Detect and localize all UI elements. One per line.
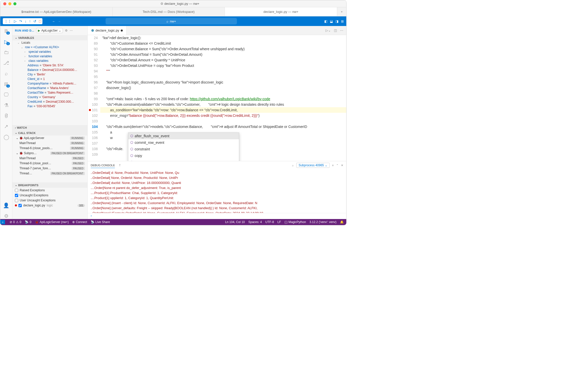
grip-icon[interactable]: ⋮⋮ (4, 19, 11, 23)
remote-icon[interactable]: 🖵 (3, 92, 9, 98)
variables-section-header[interactable]: ⌄VARIABLES (12, 35, 87, 40)
breakpoint-option[interactable]: User Uncaught Exceptions (12, 198, 87, 203)
restart-icon[interactable]: ↺ (33, 19, 36, 23)
share-icon[interactable]: ↗ (3, 123, 9, 129)
search-activity-icon[interactable]: ⌕ (3, 70, 9, 76)
debug-console-input[interactable]: › (88, 213, 346, 219)
debug-icon[interactable]: ▷1 (3, 39, 9, 45)
variable-item[interactable]: Balance = Decimal('2214.0000000… (12, 68, 87, 72)
callstack-item[interactable]: MainThreadRUNNING (12, 141, 87, 146)
settings-icon[interactable]: ⚙ (3, 213, 9, 219)
remote-indicator[interactable]: ⟐ (0, 220, 5, 224)
autocomplete-popup[interactable]: ⬡after_flush_row_event⬡commit_row_event⬡… (128, 132, 239, 161)
nav-back-icon[interactable]: ← (52, 19, 55, 23)
var-row[interactable]: ⌄row = <Customer ALFKI> (12, 45, 87, 49)
language-mode[interactable]: { } MagicPython (285, 220, 306, 224)
liveshare-button[interactable]: 📡 Live Share (91, 220, 110, 224)
filter-icon[interactable]: ⌕ (292, 164, 294, 167)
watch-section-header[interactable]: ›WATCH (12, 125, 87, 130)
variable-item[interactable]: CompanyName = 'Alfreds Futterki… (12, 81, 87, 86)
stop-icon[interactable]: □ (39, 19, 41, 23)
code-editor[interactable]: 2489909192939495969798991001011021031041… (88, 35, 346, 161)
variable-item[interactable]: Fax = '030-0076545' (12, 104, 87, 108)
new-tab-button[interactable]: + (337, 7, 346, 16)
callstack-section-header[interactable]: ⌄CALL STACK (12, 130, 87, 135)
problems-indicator[interactable]: ⊘ 0 ⚠ 0 (10, 220, 21, 224)
breakpoint-option[interactable]: Raised Exceptions (12, 188, 87, 193)
variable-item[interactable]: CreditLimit = Decimal('2300.000… (12, 99, 87, 104)
account-icon[interactable]: 👤 (3, 202, 9, 208)
list-icon[interactable]: ≡ (332, 164, 334, 167)
subprocess-select[interactable]: Subprocess 40965 ⌄ (296, 163, 329, 168)
gear-icon[interactable]: ⚙ (65, 29, 68, 32)
breakpoint-file[interactable]: declare_logic.py logic101 (12, 203, 87, 208)
indentation[interactable]: Spaces: 4 (248, 220, 262, 224)
autocomplete-item[interactable]: ⬡copy (128, 152, 239, 159)
split-editor-icon[interactable]: ◫ (334, 29, 337, 32)
autocomplete-item[interactable]: ⬡after_flush_row_event (128, 133, 239, 139)
database-icon[interactable]: 🛢 (3, 113, 9, 119)
continue-icon[interactable]: ▷ (14, 19, 17, 23)
variable-item[interactable]: Address = 'Obere Str. 57A' (12, 63, 87, 68)
callstack-item[interactable]: MainThreadPAUSED (12, 156, 87, 161)
autocomplete-item[interactable]: ⬡constraint (128, 146, 239, 152)
panel-left-icon[interactable]: ◧ (324, 19, 327, 23)
breakpoint-checkbox[interactable] (15, 194, 18, 197)
workspace-tab-techdsl[interactable]: Tech-DSL.md — Docs (Workspace) (113, 7, 225, 16)
var-group[interactable]: ›function variables (12, 54, 87, 59)
testing-icon[interactable]: ⚗ (3, 102, 9, 108)
run-file-icon[interactable]: ▷⌄ (326, 29, 331, 32)
var-group[interactable]: ›class variables (12, 59, 87, 63)
callstack-item[interactable]: Thread-7 (serve_fore…PAUSED (12, 166, 87, 171)
layout-icon[interactable]: ⊞ (341, 19, 344, 23)
breakpoints-section-header[interactable]: ⌄BREAKPOINTS (12, 182, 87, 188)
nav-forward-icon[interactable]: → (57, 19, 61, 23)
callstack-item[interactable]: Thread-6 (close_pools…RUNNING (12, 146, 87, 151)
workspace-tab-declare[interactable]: declare_logic.py — nw+ (225, 7, 337, 16)
debug-target[interactable]: 🐞 ApiLogicServer (nw+) (35, 220, 69, 224)
breakpoint-checkbox[interactable] (15, 199, 18, 202)
variable-item[interactable]: Client_id = 1 (12, 77, 87, 81)
variable-item[interactable]: City = 'Berlin' (12, 72, 87, 77)
encoding[interactable]: UTF-8 (265, 220, 274, 224)
command-center[interactable]: ⌕ nw+ (106, 18, 237, 24)
variable-item[interactable]: ContactName = 'Maria Anders' (12, 86, 87, 90)
launch-config-select[interactable]: ▶ ApiLogicSer ⌄ (36, 28, 63, 33)
chevron-up-icon[interactable]: ⌃ (336, 164, 338, 167)
folder-icon[interactable]: 🗀 (3, 49, 9, 55)
callstack-item[interactable]: ⌄ 🐞 ApiLogicServerRUNNING (12, 135, 87, 141)
connect-button[interactable]: ⊕ Connect (72, 220, 87, 224)
panel-bottom-icon[interactable]: ⬓ (330, 19, 333, 23)
callstack-item[interactable]: ⌄ 🐞 Subpro…PAUSED ON BREAKPOINT (12, 151, 87, 156)
breakpoint-checkbox[interactable] (15, 189, 18, 192)
panel-right-icon[interactable]: ◨ (335, 19, 338, 23)
close-window-icon[interactable] (3, 2, 6, 5)
explorer-icon[interactable]: 🗎1 (3, 28, 9, 34)
maximize-window-icon[interactable] (13, 2, 16, 5)
workspace-tab-readme[interactable]: $readme.txt — ApiLogicServerDev (Workspa… (0, 7, 113, 16)
minimize-window-icon[interactable] (8, 2, 11, 5)
python-interpreter[interactable]: 3.12.2 ('venv': venv) (309, 220, 336, 224)
eol[interactable]: LF (278, 220, 281, 224)
cursor-position[interactable]: Ln 104, Col 10 (225, 220, 245, 224)
terminal-tab[interactable]: T (119, 163, 121, 168)
extensions-icon[interactable]: ⊞1 (3, 81, 9, 87)
step-over-icon[interactable]: ↷ (19, 19, 22, 23)
more-icon[interactable]: ⋯ (70, 29, 73, 32)
autocomplete-item[interactable]: ⬡count (128, 159, 239, 161)
panel-close-icon[interactable]: ✕ (341, 164, 343, 167)
source-control-icon[interactable]: ⎇ (3, 60, 9, 66)
variable-item[interactable]: Country = 'Germany' (12, 95, 87, 99)
callstack-item[interactable]: Thread-6 (close_pool…PAUSED (12, 161, 87, 166)
notifications-icon[interactable]: 🔔 (340, 220, 344, 224)
debug-console-tab[interactable]: DEBUG CONSOLE (91, 163, 115, 168)
autocomplete-item[interactable]: ⬡commit_row_event (128, 139, 239, 146)
file-tab-declare[interactable]: ⬢ declare_logic.py (88, 26, 127, 35)
step-into-icon[interactable]: ↓ (25, 19, 27, 23)
breakpoint-option[interactable]: Uncaught Exceptions (12, 193, 87, 198)
callstack-item[interactable]: Thread…PAUSED ON BREAKPOINT (12, 171, 87, 176)
github-icon[interactable]: ◯ (3, 134, 9, 140)
editor-more-icon[interactable]: ⋯ (340, 29, 343, 32)
breakpoint-checkbox[interactable] (18, 204, 22, 207)
step-out-icon[interactable]: ↑ (29, 19, 31, 23)
